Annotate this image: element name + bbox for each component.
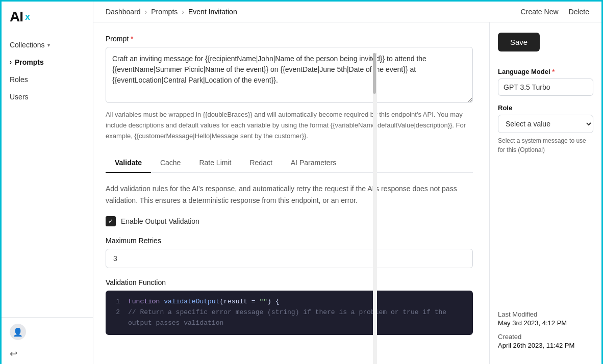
created-value: April 26th 2023, 11:42 PM bbox=[498, 342, 593, 349]
code-line-2: 2 // Return a specific error message (st… bbox=[112, 307, 467, 329]
max-retries-input[interactable] bbox=[106, 249, 473, 268]
breadcrumb-prompts[interactable]: Prompts bbox=[151, 8, 178, 16]
sidebar-item-users[interactable]: Users bbox=[2, 88, 93, 106]
create-new-button[interactable]: Create New bbox=[521, 8, 559, 16]
breadcrumb-sep-1: › bbox=[145, 8, 147, 16]
code-block: 1 function validateOutput(result = "") {… bbox=[106, 291, 473, 334]
save-button[interactable]: Save bbox=[498, 33, 540, 51]
breadcrumb: Dashboard › Prompts › Event Invitation bbox=[106, 8, 237, 16]
role-label: Role bbox=[498, 104, 593, 112]
enable-validation-checkbox[interactable]: ✓ bbox=[106, 216, 116, 226]
code-line-content-1: function validateOutput(result = "") { bbox=[128, 297, 279, 307]
main-content: Dashboard › Prompts › Event Invitation C… bbox=[93, 2, 601, 364]
logout-icon: ↩ bbox=[10, 349, 17, 359]
logo-ai-text: AI bbox=[10, 9, 23, 25]
sidebar-item-roles-label: Roles bbox=[10, 75, 28, 84]
prompt-required-star: * bbox=[129, 35, 133, 43]
validate-tab-content: Add validation rules for the AI's respon… bbox=[106, 173, 473, 345]
sidebar-item-collections[interactable]: Collections ▾ bbox=[2, 36, 93, 54]
sidebar-nav: Collections ▾ › Prompts Roles Users bbox=[2, 32, 93, 317]
body-area-wrap: Prompt * Craft an inviting message for {… bbox=[93, 22, 601, 364]
scrollbar-track[interactable] bbox=[373, 53, 377, 364]
enable-validation-row: ✓ Enable Output Validation bbox=[106, 216, 473, 226]
language-model-label: Language Model * bbox=[498, 68, 593, 75]
arrow-right-icon: › bbox=[10, 59, 12, 66]
tab-ai-parameters[interactable]: AI Parameters bbox=[282, 153, 345, 173]
main-panel: Prompt * Craft an inviting message for {… bbox=[93, 22, 485, 364]
save-btn-area: Save bbox=[498, 33, 593, 51]
code-line-1: 1 function validateOutput(result = "") { bbox=[112, 297, 467, 307]
metadata-section: Last Modified May 3rd 2023, 4:12 PM Crea… bbox=[498, 310, 593, 355]
sidebar-bottom: 👤 ↩ bbox=[2, 317, 93, 364]
prompt-textarea[interactable]: Craft an inviting message for {{recipien… bbox=[106, 47, 473, 103]
role-section: Role Select a value Select a system mess… bbox=[498, 104, 593, 154]
max-retries-label: Maximum Retries bbox=[106, 237, 473, 245]
sidebar-item-prompts[interactable]: › Prompts bbox=[2, 54, 93, 71]
tab-redact[interactable]: Redact bbox=[240, 153, 281, 173]
role-select[interactable]: Select a value bbox=[498, 115, 593, 133]
breadcrumb-sep-2: › bbox=[182, 8, 184, 16]
prompt-section: Prompt * Craft an inviting message for {… bbox=[106, 35, 473, 141]
last-modified-item: Last Modified May 3rd 2023, 4:12 PM bbox=[498, 310, 593, 327]
sidebar-item-roles[interactable]: Roles bbox=[2, 71, 93, 88]
sidebar-item-collections-label: Collections bbox=[10, 41, 44, 49]
prompt-hint: All variables must be wrapped in {{doubl… bbox=[106, 110, 473, 141]
role-hint: Select a system message to use for this … bbox=[498, 136, 593, 154]
tabs-list: Validate Cache Rate Limit Redact AI Para… bbox=[106, 153, 473, 172]
enable-validation-label: Enable Output Validation bbox=[121, 217, 199, 225]
user-avatar-button[interactable]: 👤 bbox=[10, 324, 26, 340]
tabs-container: Validate Cache Rate Limit Redact AI Para… bbox=[106, 153, 473, 173]
right-panel: Save Language Model * Role Select a valu… bbox=[489, 22, 601, 364]
code-line-num-2: 2 bbox=[112, 307, 120, 329]
validation-fn-label: Validation Function bbox=[106, 278, 473, 287]
created-label: Created bbox=[498, 333, 593, 341]
language-model-required-star: * bbox=[550, 68, 555, 75]
breadcrumb-current: Event Invitation bbox=[188, 8, 237, 16]
scrollbar-thumb[interactable] bbox=[373, 53, 376, 94]
chevron-down-icon: ▾ bbox=[47, 42, 50, 48]
header-actions: Create New Delete bbox=[521, 8, 589, 16]
prompt-label: Prompt * bbox=[106, 35, 473, 43]
max-retries-section: Maximum Retries bbox=[106, 237, 473, 268]
last-modified-value: May 3rd 2023, 4:12 PM bbox=[498, 319, 593, 327]
code-line-num-1: 1 bbox=[112, 297, 120, 307]
language-model-section: Language Model * bbox=[498, 68, 593, 96]
sidebar-item-prompts-label: Prompts bbox=[15, 58, 44, 66]
validate-description: Add validation rules for the AI's respon… bbox=[106, 183, 473, 206]
language-model-input[interactable] bbox=[498, 79, 593, 96]
logo-x-text: x bbox=[25, 12, 30, 22]
body-area: Prompt * Craft an inviting message for {… bbox=[93, 22, 601, 364]
breadcrumb-dashboard[interactable]: Dashboard bbox=[106, 8, 141, 16]
header: Dashboard › Prompts › Event Invitation C… bbox=[93, 2, 601, 22]
sidebar: AI x Collections ▾ › Prompts Roles Users… bbox=[2, 2, 93, 364]
user-icon: 👤 bbox=[13, 327, 23, 337]
sidebar-item-users-label: Users bbox=[10, 93, 29, 101]
logo: AI x bbox=[2, 2, 93, 32]
code-line-content-2: // Return a specific error message (stri… bbox=[128, 307, 467, 329]
logout-button[interactable]: ↩ bbox=[10, 348, 85, 359]
created-item: Created April 26th 2023, 11:42 PM bbox=[498, 333, 593, 349]
tab-cache[interactable]: Cache bbox=[151, 153, 190, 173]
tab-rate-limit[interactable]: Rate Limit bbox=[190, 153, 240, 173]
delete-button[interactable]: Delete bbox=[569, 8, 589, 16]
tab-validate[interactable]: Validate bbox=[106, 153, 151, 173]
last-modified-label: Last Modified bbox=[498, 310, 593, 318]
